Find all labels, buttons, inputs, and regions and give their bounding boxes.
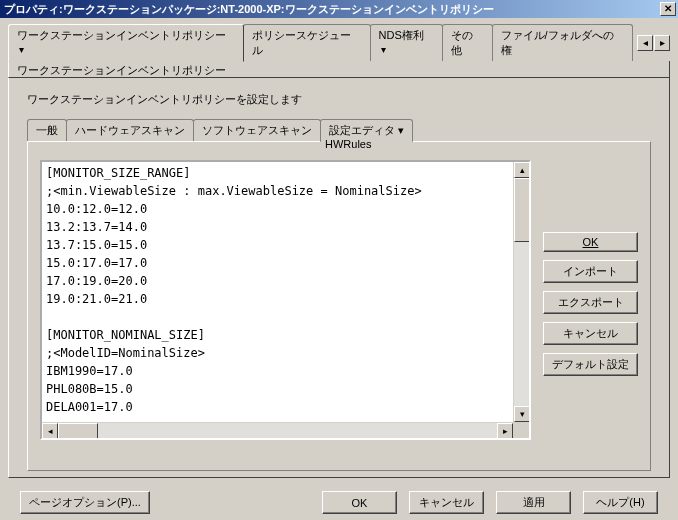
editor-container: ▴ ▾ ◂ ▸ [40, 160, 531, 440]
tab-label: NDS権利 [379, 29, 424, 41]
chevron-down-icon: ▾ [19, 44, 24, 55]
tab-nds-rights[interactable]: NDS権利 ▾ [370, 24, 443, 61]
side-button-column: OK インポート エクスポート キャンセル デフォルト設定 [543, 160, 638, 460]
tab-label: ワークステーションインベントリポリシー [17, 29, 226, 41]
scroll-h-thumb[interactable] [58, 423, 98, 439]
btn-label: デフォルト設定 [552, 358, 629, 370]
tab-label: 設定エディタ [329, 124, 395, 136]
inner-tab-editor[interactable]: 設定エディタ ▾ HWRules [320, 119, 413, 142]
inner-tabbar: 一般 ハードウェアスキャン ソフトウェアスキャン 設定エディタ ▾ HWRule… [27, 119, 651, 141]
btn-label: エクスポート [558, 296, 624, 308]
scroll-v-thumb[interactable] [514, 178, 530, 242]
tab-other[interactable]: その他 [442, 24, 493, 61]
chevron-down-icon: ▾ [381, 44, 386, 55]
btn-label: キャンセル [419, 496, 474, 508]
tab-inventory-policy[interactable]: ワークステーションインベントリポリシー ▾ [8, 24, 244, 62]
inner-panel: ▴ ▾ ◂ ▸ OK インポート エクスポート [27, 141, 651, 471]
btn-label: キャンセル [563, 327, 618, 339]
inner-tab-general[interactable]: 一般 [27, 119, 67, 141]
main-tabbar: ワークステーションインベントリポリシー ▾ ポリシースケジュール NDS権利 ▾… [8, 24, 670, 61]
tab-file-folder-rights[interactable]: ファイル/フォルダへの権 [492, 24, 634, 61]
scroll-up-icon[interactable]: ▴ [514, 162, 530, 178]
inner-tab-sw-scan[interactable]: ソフトウェアスキャン [193, 119, 321, 141]
bottom-bar: ページオプション(P)... OK キャンセル 適用 ヘルプ(H) [0, 491, 678, 514]
scroll-down-icon[interactable]: ▾ [514, 406, 530, 422]
chevron-down-icon: ▾ [398, 124, 404, 136]
inner-tab-sublabel: HWRules [325, 138, 371, 150]
scroll-v-track[interactable] [514, 178, 529, 406]
tab-subtitle: ワークステーションインベントリポリシー [8, 61, 670, 78]
scroll-left-icon[interactable]: ◂ [42, 423, 58, 439]
content-panel: ワークステーションインベントリポリシーを設定します 一般 ハードウェアスキャン … [8, 78, 670, 478]
window-title: プロパティ:ワークステーションパッケージ:NT-2000-XP:ワークステーショ… [4, 2, 494, 17]
ok-button[interactable]: OK [322, 491, 397, 514]
close-button[interactable]: ✕ [660, 2, 676, 16]
apply-button[interactable]: 適用 [496, 491, 571, 514]
tab-policy-schedule[interactable]: ポリシースケジュール [243, 24, 371, 61]
btn-label: ページオプション(P)... [29, 496, 141, 508]
scroll-h-track[interactable] [58, 423, 497, 438]
tab-nav: ◂ ▸ [636, 35, 670, 51]
tab-nav-left[interactable]: ◂ [637, 35, 653, 51]
scroll-corner [513, 422, 529, 438]
btn-label: 適用 [523, 496, 545, 508]
tab-label: ファイル/フォルダへの権 [501, 29, 614, 56]
page-options-button[interactable]: ページオプション(P)... [20, 491, 150, 514]
side-ok-button[interactable]: OK [543, 232, 638, 252]
btn-label: ヘルプ(H) [596, 496, 644, 508]
config-textarea[interactable] [42, 162, 513, 422]
export-button[interactable]: エクスポート [543, 291, 638, 314]
side-cancel-button[interactable]: キャンセル [543, 322, 638, 345]
btn-label: OK [352, 497, 368, 509]
import-button[interactable]: インポート [543, 260, 638, 283]
default-button[interactable]: デフォルト設定 [543, 353, 638, 376]
btn-label: インポート [563, 265, 618, 277]
titlebar: プロパティ:ワークステーションパッケージ:NT-2000-XP:ワークステーショ… [0, 0, 678, 18]
tab-nav-right[interactable]: ▸ [654, 35, 670, 51]
inner-tab-hw-scan[interactable]: ハードウェアスキャン [66, 119, 194, 141]
description: ワークステーションインベントリポリシーを設定します [27, 92, 651, 107]
cancel-button[interactable]: キャンセル [409, 491, 484, 514]
btn-label: OK [583, 236, 599, 248]
help-button[interactable]: ヘルプ(H) [583, 491, 658, 514]
horizontal-scrollbar[interactable]: ◂ ▸ [42, 422, 513, 438]
vertical-scrollbar[interactable]: ▴ ▾ [513, 162, 529, 422]
scroll-right-icon[interactable]: ▸ [497, 423, 513, 439]
